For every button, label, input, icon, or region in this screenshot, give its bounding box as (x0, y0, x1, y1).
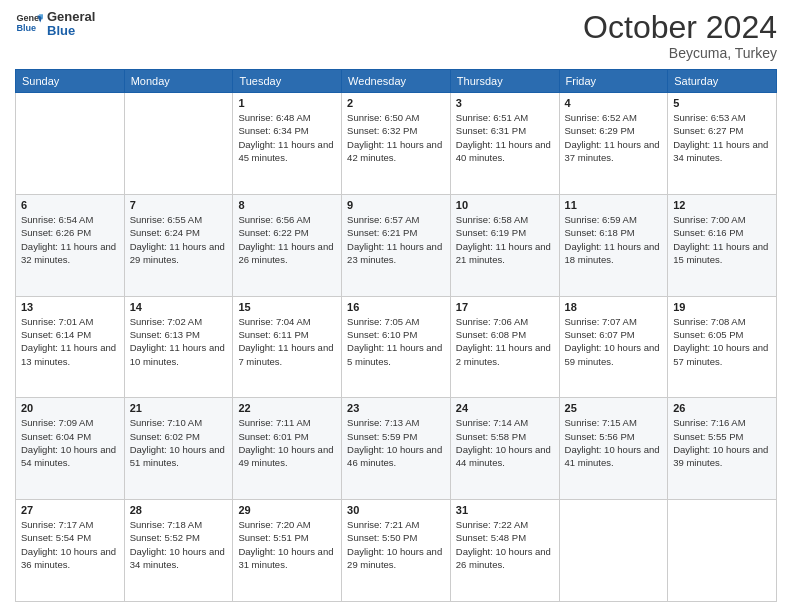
day-info: Sunrise: 6:53 AMSunset: 6:27 PMDaylight:… (673, 111, 771, 164)
title-section: October 2024 Beycuma, Turkey (583, 10, 777, 61)
day-info: Sunrise: 7:14 AMSunset: 5:58 PMDaylight:… (456, 416, 554, 469)
calendar-week-4: 20Sunrise: 7:09 AMSunset: 6:04 PMDayligh… (16, 398, 777, 500)
day-number: 16 (347, 301, 445, 313)
day-number: 9 (347, 199, 445, 211)
calendar-cell: 31Sunrise: 7:22 AMSunset: 5:48 PMDayligh… (450, 500, 559, 602)
calendar-cell: 3Sunrise: 6:51 AMSunset: 6:31 PMDaylight… (450, 93, 559, 195)
calendar-cell: 2Sunrise: 6:50 AMSunset: 6:32 PMDaylight… (342, 93, 451, 195)
day-info: Sunrise: 7:06 AMSunset: 6:08 PMDaylight:… (456, 315, 554, 368)
calendar-cell: 26Sunrise: 7:16 AMSunset: 5:55 PMDayligh… (668, 398, 777, 500)
calendar-cell (124, 93, 233, 195)
day-number: 20 (21, 402, 119, 414)
calendar-cell: 17Sunrise: 7:06 AMSunset: 6:08 PMDayligh… (450, 296, 559, 398)
calendar-week-5: 27Sunrise: 7:17 AMSunset: 5:54 PMDayligh… (16, 500, 777, 602)
calendar-cell (559, 500, 668, 602)
day-number: 24 (456, 402, 554, 414)
calendar-cell: 10Sunrise: 6:58 AMSunset: 6:19 PMDayligh… (450, 194, 559, 296)
day-number: 6 (21, 199, 119, 211)
day-info: Sunrise: 7:20 AMSunset: 5:51 PMDaylight:… (238, 518, 336, 571)
calendar-cell: 15Sunrise: 7:04 AMSunset: 6:11 PMDayligh… (233, 296, 342, 398)
calendar-cell: 20Sunrise: 7:09 AMSunset: 6:04 PMDayligh… (16, 398, 125, 500)
calendar-cell: 14Sunrise: 7:02 AMSunset: 6:13 PMDayligh… (124, 296, 233, 398)
day-info: Sunrise: 7:08 AMSunset: 6:05 PMDaylight:… (673, 315, 771, 368)
calendar-cell: 5Sunrise: 6:53 AMSunset: 6:27 PMDaylight… (668, 93, 777, 195)
logo-general: General (47, 9, 95, 24)
calendar-table: Sunday Monday Tuesday Wednesday Thursday… (15, 69, 777, 602)
calendar-cell: 22Sunrise: 7:11 AMSunset: 6:01 PMDayligh… (233, 398, 342, 500)
page: General Blue General Blue October 2024 B… (0, 0, 792, 612)
calendar-cell: 16Sunrise: 7:05 AMSunset: 6:10 PMDayligh… (342, 296, 451, 398)
month-title: October 2024 (583, 10, 777, 45)
day-info: Sunrise: 7:04 AMSunset: 6:11 PMDaylight:… (238, 315, 336, 368)
day-number: 7 (130, 199, 228, 211)
calendar-cell: 12Sunrise: 7:00 AMSunset: 6:16 PMDayligh… (668, 194, 777, 296)
logo-blue: Blue (47, 23, 75, 38)
day-number: 15 (238, 301, 336, 313)
day-info: Sunrise: 7:16 AMSunset: 5:55 PMDaylight:… (673, 416, 771, 469)
day-number: 1 (238, 97, 336, 109)
day-info: Sunrise: 6:51 AMSunset: 6:31 PMDaylight:… (456, 111, 554, 164)
calendar-cell: 28Sunrise: 7:18 AMSunset: 5:52 PMDayligh… (124, 500, 233, 602)
calendar-cell (16, 93, 125, 195)
day-info: Sunrise: 6:50 AMSunset: 6:32 PMDaylight:… (347, 111, 445, 164)
day-number: 27 (21, 504, 119, 516)
day-number: 21 (130, 402, 228, 414)
calendar-week-1: 1Sunrise: 6:48 AMSunset: 6:34 PMDaylight… (16, 93, 777, 195)
day-number: 31 (456, 504, 554, 516)
day-number: 4 (565, 97, 663, 109)
day-info: Sunrise: 6:58 AMSunset: 6:19 PMDaylight:… (456, 213, 554, 266)
day-info: Sunrise: 7:09 AMSunset: 6:04 PMDaylight:… (21, 416, 119, 469)
calendar-week-2: 6Sunrise: 6:54 AMSunset: 6:26 PMDaylight… (16, 194, 777, 296)
day-number: 11 (565, 199, 663, 211)
day-number: 2 (347, 97, 445, 109)
day-number: 19 (673, 301, 771, 313)
col-monday: Monday (124, 70, 233, 93)
calendar-cell: 4Sunrise: 6:52 AMSunset: 6:29 PMDaylight… (559, 93, 668, 195)
calendar-cell: 23Sunrise: 7:13 AMSunset: 5:59 PMDayligh… (342, 398, 451, 500)
header: General Blue General Blue October 2024 B… (15, 10, 777, 61)
calendar-body: 1Sunrise: 6:48 AMSunset: 6:34 PMDaylight… (16, 93, 777, 602)
calendar-cell: 27Sunrise: 7:17 AMSunset: 5:54 PMDayligh… (16, 500, 125, 602)
day-number: 13 (21, 301, 119, 313)
calendar-cell: 21Sunrise: 7:10 AMSunset: 6:02 PMDayligh… (124, 398, 233, 500)
day-number: 29 (238, 504, 336, 516)
calendar-cell (668, 500, 777, 602)
day-number: 28 (130, 504, 228, 516)
day-info: Sunrise: 7:22 AMSunset: 5:48 PMDaylight:… (456, 518, 554, 571)
col-sunday: Sunday (16, 70, 125, 93)
day-info: Sunrise: 7:00 AMSunset: 6:16 PMDaylight:… (673, 213, 771, 266)
day-info: Sunrise: 7:10 AMSunset: 6:02 PMDaylight:… (130, 416, 228, 469)
day-info: Sunrise: 7:17 AMSunset: 5:54 PMDaylight:… (21, 518, 119, 571)
day-number: 22 (238, 402, 336, 414)
logo-icon: General Blue (15, 10, 43, 38)
day-info: Sunrise: 6:52 AMSunset: 6:29 PMDaylight:… (565, 111, 663, 164)
day-number: 5 (673, 97, 771, 109)
day-number: 18 (565, 301, 663, 313)
calendar-week-3: 13Sunrise: 7:01 AMSunset: 6:14 PMDayligh… (16, 296, 777, 398)
day-info: Sunrise: 7:11 AMSunset: 6:01 PMDaylight:… (238, 416, 336, 469)
calendar-cell: 24Sunrise: 7:14 AMSunset: 5:58 PMDayligh… (450, 398, 559, 500)
day-info: Sunrise: 6:55 AMSunset: 6:24 PMDaylight:… (130, 213, 228, 266)
calendar-cell: 7Sunrise: 6:55 AMSunset: 6:24 PMDaylight… (124, 194, 233, 296)
calendar-cell: 18Sunrise: 7:07 AMSunset: 6:07 PMDayligh… (559, 296, 668, 398)
day-number: 26 (673, 402, 771, 414)
col-tuesday: Tuesday (233, 70, 342, 93)
day-number: 17 (456, 301, 554, 313)
day-info: Sunrise: 7:05 AMSunset: 6:10 PMDaylight:… (347, 315, 445, 368)
day-number: 25 (565, 402, 663, 414)
svg-text:Blue: Blue (16, 23, 36, 33)
day-info: Sunrise: 7:01 AMSunset: 6:14 PMDaylight:… (21, 315, 119, 368)
calendar-cell: 19Sunrise: 7:08 AMSunset: 6:05 PMDayligh… (668, 296, 777, 398)
day-info: Sunrise: 6:59 AMSunset: 6:18 PMDaylight:… (565, 213, 663, 266)
day-info: Sunrise: 7:02 AMSunset: 6:13 PMDaylight:… (130, 315, 228, 368)
day-info: Sunrise: 6:48 AMSunset: 6:34 PMDaylight:… (238, 111, 336, 164)
col-thursday: Thursday (450, 70, 559, 93)
day-info: Sunrise: 7:18 AMSunset: 5:52 PMDaylight:… (130, 518, 228, 571)
day-info: Sunrise: 6:56 AMSunset: 6:22 PMDaylight:… (238, 213, 336, 266)
calendar-cell: 8Sunrise: 6:56 AMSunset: 6:22 PMDaylight… (233, 194, 342, 296)
day-number: 30 (347, 504, 445, 516)
day-number: 10 (456, 199, 554, 211)
col-friday: Friday (559, 70, 668, 93)
calendar-cell: 6Sunrise: 6:54 AMSunset: 6:26 PMDaylight… (16, 194, 125, 296)
day-info: Sunrise: 6:57 AMSunset: 6:21 PMDaylight:… (347, 213, 445, 266)
